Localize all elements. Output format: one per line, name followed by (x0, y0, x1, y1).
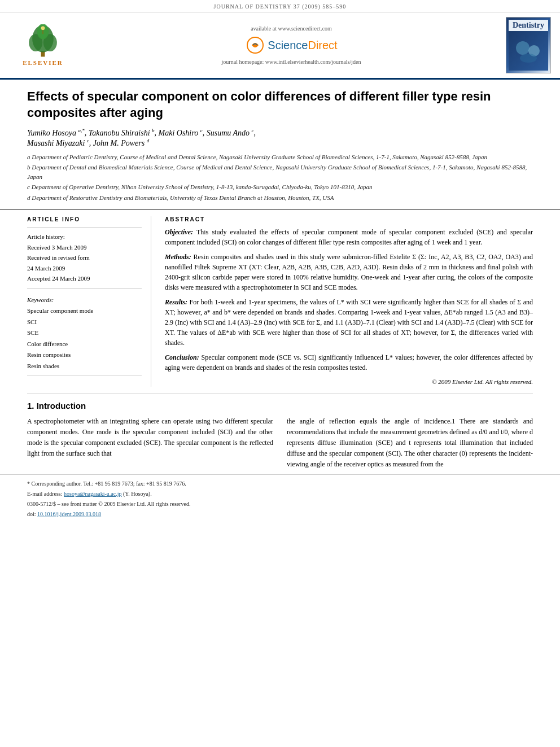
svg-point-5 (41, 26, 45, 30)
affiliation-b: b Department of Dental and Biomedical Ma… (27, 163, 533, 181)
conclusion-text: Specular component mode (SCE vs. SCI) si… (165, 353, 533, 372)
affiliation-a: a Department of Pediatric Dentistry, Cou… (27, 152, 533, 162)
intro-col-1: A spectrophotometer with an integrating … (27, 416, 273, 475)
journal-homepage: journal homepage: www.intl.elsevierhealt… (77, 59, 506, 65)
article-info-heading: ARTICLE INFO (27, 216, 142, 222)
abstract-objective: Objective: This study evaluated the effe… (165, 227, 533, 247)
sciencedirect-text: ScienceDirect (268, 39, 337, 52)
intro-col2-para1: the angle of reflection equals the angle… (287, 416, 533, 470)
intro-title: Introduction (37, 401, 86, 410)
introduction-section: 1. Introduction A spectrophotometer with… (0, 401, 560, 475)
info-divider-3 (27, 375, 142, 375)
email-name: (Y. Hosoya). (123, 491, 152, 497)
journal-header-text: JOURNAL OF DENTISTRY 37 (2009) 585–590 (214, 3, 347, 10)
received-revised-label: Received in revised form (27, 253, 142, 263)
article-info: ARTICLE INFO Article history: Received 3… (27, 216, 151, 387)
journal-header: JOURNAL OF DENTISTRY 37 (2009) 585–590 (0, 0, 560, 12)
received-1: Received 3 March 2009 (27, 243, 142, 252)
abstract-conclusion: Conclusion: Specular component mode (SCE… (165, 352, 533, 373)
author-oshiro: Maki Oshiro c (159, 129, 203, 137)
dentistry-label: Dentistry (509, 20, 548, 31)
affiliations: a Department of Pediatric Dentistry, Cou… (27, 152, 533, 203)
abstract-section: ABSTRACT Objective: This study evaluated… (165, 216, 533, 387)
banner: ELSEVIER available at www.sciencedirect.… (0, 12, 560, 80)
available-text: available at www.sciencedirect.com (77, 25, 506, 32)
intro-number: 1. (27, 401, 37, 410)
keyword-4: Color difference (27, 339, 142, 349)
results-label: Results: (165, 298, 187, 306)
footnotes: * Corresponding author. Tel.: +81 95 819… (0, 474, 560, 519)
email-label: E-mail address: (27, 491, 64, 497)
author-powers: John M. Powers d (93, 139, 149, 147)
intro-columns: A spectrophotometer with an integrating … (27, 416, 533, 475)
accepted-date: Accepted 24 March 2009 (27, 274, 142, 283)
section-divider (27, 394, 533, 394)
author-shiraishi: Takanobu Shiraishi b (89, 129, 155, 137)
affiliation-c: c Department of Operative Dentistry, Nih… (27, 182, 533, 192)
elsevier-tree-icon (20, 24, 65, 58)
svg-point-9 (520, 54, 537, 63)
dentistry-cover: Dentistry (506, 17, 551, 73)
svg-point-7 (516, 41, 530, 55)
article-history: Article history: Received 3 March 2009 R… (27, 232, 142, 283)
doi-link[interactable]: 10.1016/j.jdent.2009.03.018 (37, 511, 101, 517)
footnote-corresponding: * Corresponding author. Tel.: +81 95 819… (27, 479, 533, 488)
footnote-issn: 0300-5712/$ – see front matter © 2009 El… (27, 500, 533, 509)
abstract-methods: Methods: Resin composites and shades use… (165, 252, 533, 292)
conclusion-label: Conclusion: (165, 353, 199, 361)
article-title: Effects of specular component on color d… (27, 89, 533, 121)
authors-line: Yumiko Hosoya a,*, Takanobu Shiraishi b,… (27, 128, 533, 147)
methods-label: Methods: (165, 253, 191, 261)
author-ando: Susumu Ando c (207, 129, 254, 137)
intro-col-2: the angle of reflection equals the angle… (287, 416, 533, 475)
sciencedirect-icon (245, 35, 265, 55)
objective-text: This study evaluated the effects of spec… (165, 228, 533, 246)
dentistry-cover-image (511, 37, 545, 65)
copyright-line: © 2009 Elsevier Ltd. All rights reserved… (165, 377, 533, 387)
intro-heading: 1. Introduction (27, 401, 533, 410)
results-text: For both 1-week and 1-year specimens, th… (165, 298, 533, 347)
sciencedirect-logo: ScienceDirect (77, 35, 506, 55)
objective-label: Objective: (165, 228, 193, 236)
center-info: available at www.sciencedirect.com Scien… (77, 25, 506, 65)
abstract-results: Results: For both 1-week and 1-year spec… (165, 297, 533, 348)
history-label: Article history: (27, 232, 142, 242)
revised-date: 24 March 2009 (27, 264, 142, 273)
footnote-doi: doi: 10.1016/j.jdent.2009.03.018 (27, 510, 533, 519)
email-link[interactable]: hosoya@nagasaki-u.ac.jp (64, 491, 122, 497)
elsevier-logo: ELSEVIER (9, 24, 77, 66)
keyword-1: Specular component mode (27, 306, 142, 316)
keyword-3: SCE (27, 328, 142, 338)
info-divider-2 (27, 288, 142, 289)
keywords-heading: Keywords: (27, 295, 142, 305)
keywords-section: Keywords: Specular component mode SCI SC… (27, 295, 142, 371)
footnote-email: E-mail address: hosoya@nagasaki-u.ac.jp … (27, 490, 533, 499)
article-title-section: Effects of specular component on color d… (0, 80, 560, 209)
intro-col1-para1: A spectrophotometer with an integrating … (27, 416, 273, 460)
keyword-2: SCI (27, 317, 142, 327)
doi-label: doi: (27, 511, 36, 517)
affiliation-d: d Department of Restorative Dentistry an… (27, 193, 533, 203)
author-miyazaki: Masashi Miyazaki c (27, 139, 89, 147)
elsevier-label: ELSEVIER (23, 59, 63, 66)
author-hosoya: Yumiko Hosoya a,* (27, 129, 85, 137)
info-divider-1 (27, 227, 142, 228)
keyword-6: Resin shades (27, 361, 142, 371)
abstract-heading: ABSTRACT (165, 216, 533, 222)
keyword-5: Resin composites (27, 350, 142, 360)
methods-text: Resin composites and shades used in this… (165, 253, 533, 291)
main-content: ARTICLE INFO Article history: Received 3… (0, 209, 560, 387)
abstract-text: Objective: This study evaluated the effe… (165, 227, 533, 387)
